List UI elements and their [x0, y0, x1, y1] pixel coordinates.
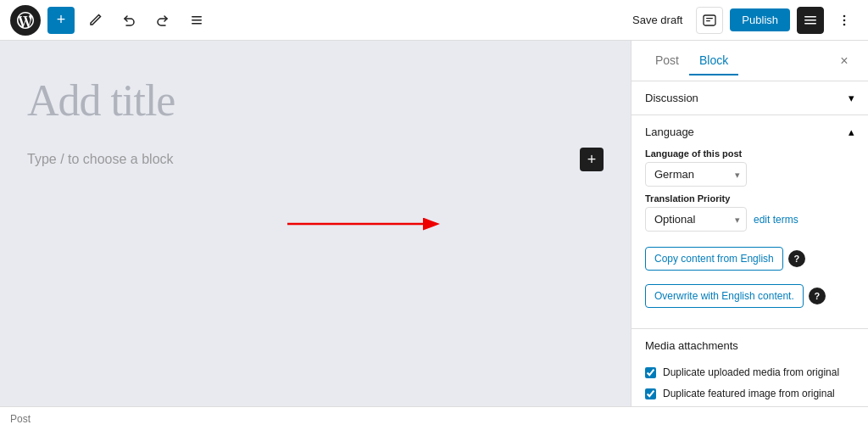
editor-area: Add title Type / to choose a block + [0, 41, 631, 406]
add-block-button[interactable]: + [47, 7, 75, 34]
svg-rect-1 [192, 20, 202, 21]
copy-content-row: Copy content from English ? [645, 247, 854, 271]
priority-select-wrapper: Optional Required Ignored [645, 207, 747, 232]
svg-point-9 [843, 14, 846, 17]
add-block-inline-button[interactable]: + [580, 148, 604, 171]
overwrite-help-icon[interactable]: ? [809, 288, 826, 304]
save-draft-button[interactable]: Save draft [626, 8, 689, 31]
language-label: Language [645, 126, 694, 138]
tab-block[interactable]: Block [689, 47, 738, 75]
block-placeholder-text: Type / to choose a block [27, 152, 174, 167]
toolbar: + Save draft Publish [0, 0, 868, 41]
sidebar: Post Block × Discussion ▾ Language ▴ Lan… [631, 41, 868, 406]
wordpress-logo [10, 5, 41, 36]
discussion-section: Discussion ▾ [632, 81, 868, 115]
language-section-header[interactable]: Language ▴ [632, 115, 868, 148]
duplicate-media-row: Duplicate uploaded media from original [645, 366, 854, 380]
media-attachments-label: Media attachments [645, 339, 738, 352]
view-button[interactable] [696, 7, 723, 34]
duplicate-featured-label: Duplicate featured image from original [663, 387, 835, 401]
editor-block: Add title Type / to choose a block + [27, 75, 604, 171]
more-options-button[interactable] [831, 7, 858, 34]
media-section-content: Duplicate uploaded media from original D… [632, 362, 868, 406]
duplicate-featured-row: Duplicate featured image from original [645, 387, 854, 401]
svg-rect-5 [706, 20, 710, 21]
translation-priority-row: Optional Required Ignored edit terms [645, 207, 854, 232]
language-section: Language ▴ Language of this post German … [632, 115, 868, 329]
translation-priority-label: Translation Priority [645, 193, 854, 204]
svg-rect-7 [804, 20, 816, 21]
redo-button[interactable] [149, 7, 176, 34]
publish-button[interactable]: Publish [730, 8, 790, 31]
svg-rect-2 [192, 23, 202, 25]
overwrite-content-row: Overwrite with English content. ? [645, 284, 854, 308]
tab-post[interactable]: Post [645, 47, 689, 75]
edit-terms-link[interactable]: edit terms [754, 214, 798, 226]
svg-rect-4 [706, 18, 713, 19]
post-title-placeholder[interactable]: Add title [27, 75, 604, 127]
copy-help-icon[interactable]: ? [788, 250, 805, 267]
language-section-content: Language of this post German English Fre… [632, 148, 868, 328]
svg-point-10 [843, 19, 846, 21]
language-of-post-field: Language of this post German English Fre… [645, 148, 854, 187]
sidebar-close-button[interactable]: × [834, 51, 854, 71]
language-select[interactable]: German English French Spanish [645, 162, 747, 187]
settings-button[interactable] [797, 7, 824, 34]
status-bar: Post [0, 406, 868, 430]
language-select-wrapper: German English French Spanish [645, 162, 747, 187]
status-post-label: Post [10, 413, 31, 425]
overwrite-content-button[interactable]: Overwrite with English content. [645, 284, 804, 308]
svg-rect-6 [804, 16, 816, 18]
duplicate-media-label: Duplicate uploaded media from original [663, 366, 839, 380]
translation-priority-field: Translation Priority Optional Required I… [645, 193, 854, 240]
svg-rect-8 [804, 23, 816, 25]
duplicate-media-checkbox[interactable] [645, 367, 656, 378]
sidebar-tabs: Post Block × [632, 41, 868, 81]
discussion-section-header[interactable]: Discussion ▾ [632, 81, 868, 114]
lang-of-post-label: Language of this post [645, 148, 854, 159]
duplicate-featured-checkbox[interactable] [645, 388, 656, 399]
block-placeholder-row: Type / to choose a block + [27, 148, 604, 171]
list-view-button[interactable] [183, 7, 210, 34]
svg-rect-0 [192, 16, 202, 18]
undo-button[interactable] [115, 7, 142, 34]
svg-point-11 [843, 23, 846, 25]
copy-content-button[interactable]: Copy content from English [645, 247, 783, 271]
language-chevron-up-icon: ▴ [849, 126, 854, 138]
priority-select[interactable]: Optional Required Ignored [645, 207, 747, 232]
editor-canvas: Add title Type / to choose a block + [0, 41, 631, 406]
discussion-chevron-down-icon: ▾ [849, 92, 854, 104]
main-layout: Add title Type / to choose a block + Pos… [0, 41, 868, 406]
edit-pencil-button[interactable] [81, 7, 108, 34]
media-attachments-section: Media attachments Duplicate uploaded med… [632, 329, 868, 406]
media-section-header: Media attachments [632, 329, 868, 362]
discussion-label: Discussion [645, 92, 698, 104]
